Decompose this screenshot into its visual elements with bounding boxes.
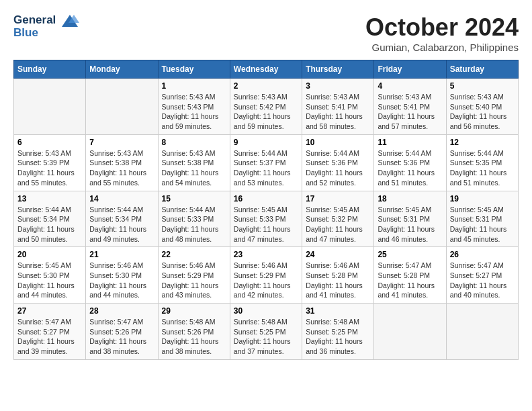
calendar-cell: 5Sunrise: 5:43 AMSunset: 5:40 PMDaylight… [446,79,518,135]
day-info-text: Sunset: 5:29 PM [234,271,298,281]
calendar-cell: 11Sunrise: 5:44 AMSunset: 5:36 PMDayligh… [374,134,446,191]
day-info-text: Sunset: 5:26 PM [89,327,154,337]
day-info-text: Sunset: 5:38 PM [89,158,154,168]
day-info-text: Daylight: 11 hours and 50 minutes. [17,224,82,244]
page-header: General Blue October 2024 Gumian, Calaba… [13,13,519,53]
day-info-text: Daylight: 11 hours and 36 minutes. [306,336,370,356]
calendar-cell: 15Sunrise: 5:44 AMSunset: 5:33 PMDayligh… [158,191,230,247]
day-info-text: Sunset: 5:41 PM [306,102,370,112]
day-info-text: Sunset: 5:26 PM [162,327,226,337]
day-info-text: Sunset: 5:41 PM [378,102,442,112]
day-info-text: Daylight: 11 hours and 47 minutes. [306,224,370,244]
day-info-text: Sunrise: 5:46 AM [234,261,298,271]
calendar-cell: 9Sunrise: 5:44 AMSunset: 5:37 PMDaylight… [230,134,302,191]
day-info-text: Sunrise: 5:43 AM [378,92,442,102]
col-header-wednesday: Wednesday [230,60,302,79]
day-info-text: Sunset: 5:30 PM [89,271,154,281]
day-info-text: Daylight: 11 hours and 44 minutes. [17,281,82,300]
day-info-text: Sunset: 5:34 PM [17,214,82,224]
day-info-text: Sunset: 5:31 PM [378,214,442,224]
calendar-cell: 16Sunrise: 5:45 AMSunset: 5:33 PMDayligh… [230,191,302,247]
col-header-monday: Monday [86,60,158,79]
calendar-cell: 18Sunrise: 5:45 AMSunset: 5:31 PMDayligh… [374,191,446,247]
day-info-text: Sunrise: 5:47 AM [378,261,442,271]
day-info-text: Sunrise: 5:47 AM [450,261,515,271]
calendar-cell: 10Sunrise: 5:44 AMSunset: 5:36 PMDayligh… [302,134,374,191]
day-info-text: Sunrise: 5:46 AM [162,261,226,271]
day-info-text: Daylight: 11 hours and 43 minutes. [162,281,226,300]
month-title: October 2024 [365,13,519,42]
calendar-cell: 23Sunrise: 5:46 AMSunset: 5:29 PMDayligh… [230,247,302,304]
day-info-text: Daylight: 11 hours and 42 minutes. [234,281,298,300]
day-number: 8 [162,138,226,147]
day-number: 24 [306,250,370,259]
day-info-text: Sunset: 5:28 PM [306,271,370,281]
day-info-text: Daylight: 11 hours and 39 minutes. [17,336,82,356]
day-number: 29 [162,306,226,316]
day-number: 22 [162,250,226,259]
col-header-thursday: Thursday [302,60,374,79]
day-info-text: Sunset: 5:34 PM [89,214,154,224]
day-info-text: Sunrise: 5:43 AM [162,92,226,102]
day-number: 6 [17,138,82,147]
day-info-text: Daylight: 11 hours and 48 minutes. [162,224,226,244]
day-info-text: Daylight: 11 hours and 55 minutes. [89,168,154,187]
day-info-text: Sunrise: 5:47 AM [89,317,154,327]
day-info-text: Sunset: 5:35 PM [450,158,515,168]
day-number: 30 [234,306,298,316]
day-number: 1 [162,81,226,91]
col-header-tuesday: Tuesday [158,60,230,79]
day-info-text: Sunrise: 5:43 AM [162,148,226,158]
day-info-text: Sunrise: 5:48 AM [306,317,370,327]
day-info-text: Sunset: 5:28 PM [378,271,442,281]
day-number: 10 [306,138,370,147]
day-number: 21 [89,250,154,259]
calendar-cell: 6Sunrise: 5:43 AMSunset: 5:39 PMDaylight… [14,134,86,191]
calendar-cell [446,304,518,360]
day-number: 2 [234,81,298,91]
day-info-text: Sunset: 5:43 PM [162,102,226,112]
day-info-text: Daylight: 11 hours and 38 minutes. [89,336,154,356]
day-info-text: Daylight: 11 hours and 57 minutes. [378,111,442,131]
day-number: 15 [162,194,226,203]
calendar-cell: 21Sunrise: 5:46 AMSunset: 5:30 PMDayligh… [86,247,158,304]
calendar-cell: 3Sunrise: 5:43 AMSunset: 5:41 PMDaylight… [302,79,374,135]
calendar-cell: 13Sunrise: 5:44 AMSunset: 5:34 PMDayligh… [14,191,86,247]
day-info-text: Daylight: 11 hours and 59 minutes. [234,111,298,131]
day-info-text: Sunset: 5:29 PM [162,271,226,281]
day-info-text: Sunset: 5:36 PM [306,158,370,168]
day-info-text: Sunset: 5:32 PM [306,214,370,224]
day-number: 28 [89,306,154,316]
day-info-text: Daylight: 11 hours and 47 minutes. [234,224,298,244]
day-info-text: Daylight: 11 hours and 49 minutes. [89,224,154,244]
day-info-text: Daylight: 11 hours and 46 minutes. [378,224,442,244]
day-info-text: Sunrise: 5:44 AM [234,148,298,158]
day-number: 17 [306,194,370,203]
calendar-cell: 4Sunrise: 5:43 AMSunset: 5:41 PMDaylight… [374,79,446,135]
day-number: 26 [450,250,515,259]
day-info-text: Sunrise: 5:44 AM [17,205,82,215]
day-number: 23 [234,250,298,259]
day-info-text: Daylight: 11 hours and 37 minutes. [234,336,298,356]
col-header-sunday: Sunday [14,60,86,79]
day-info-text: Sunset: 5:40 PM [450,102,515,112]
day-info-text: Daylight: 11 hours and 56 minutes. [450,111,515,131]
day-number: 9 [234,138,298,147]
day-info-text: Sunset: 5:37 PM [234,158,298,168]
day-info-text: Daylight: 11 hours and 41 minutes. [306,281,370,300]
day-info-text: Daylight: 11 hours and 55 minutes. [17,168,82,187]
day-info-text: Sunrise: 5:45 AM [234,205,298,215]
title-block: October 2024 Gumian, Calabarzon, Philipp… [365,13,519,53]
day-info-text: Sunrise: 5:45 AM [378,205,442,215]
day-info-text: Sunset: 5:25 PM [306,327,370,337]
day-info-text: Sunrise: 5:48 AM [234,317,298,327]
day-number: 31 [306,306,370,316]
calendar-cell [86,79,158,135]
calendar-cell: 8Sunrise: 5:43 AMSunset: 5:38 PMDaylight… [158,134,230,191]
day-info-text: Sunset: 5:27 PM [450,271,515,281]
calendar-cell: 2Sunrise: 5:43 AMSunset: 5:42 PMDaylight… [230,79,302,135]
logo-line2: Blue [13,27,79,40]
location-subtitle: Gumian, Calabarzon, Philippines [365,42,519,53]
day-info-text: Sunrise: 5:43 AM [89,148,154,158]
day-info-text: Daylight: 11 hours and 41 minutes. [378,281,442,300]
